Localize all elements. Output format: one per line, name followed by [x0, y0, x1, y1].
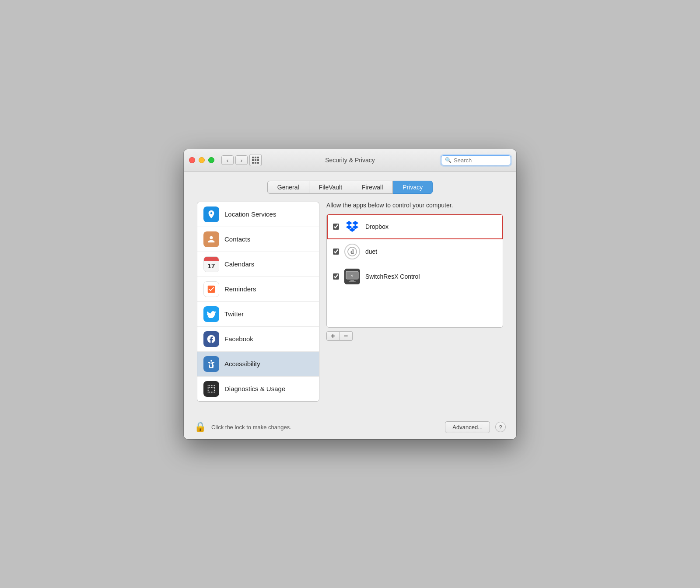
- window-title: Security & Privacy: [325, 157, 375, 164]
- dropbox-app-icon: [344, 219, 360, 234]
- sidebar-item-location[interactable]: Location Services: [197, 202, 319, 227]
- dropbox-name: Dropbox: [365, 223, 388, 230]
- sidebar: Location Services Contacts 17: [197, 202, 319, 402]
- svg-rect-9: [350, 280, 354, 281]
- panel-description: Allow the apps below to control your com…: [326, 202, 503, 209]
- advanced-button[interactable]: Advanced...: [445, 421, 490, 433]
- tabs: General FileVault Firewall Privacy: [197, 181, 503, 194]
- tab-privacy[interactable]: Privacy: [393, 181, 433, 194]
- tab-filevault[interactable]: FileVault: [309, 181, 352, 194]
- add-button[interactable]: +: [326, 331, 340, 341]
- forward-button[interactable]: ›: [235, 155, 248, 165]
- switchresx-name: SwitchResX Control: [365, 273, 420, 280]
- accessibility-icon: [203, 356, 219, 372]
- right-panel: Allow the apps below to control your com…: [326, 202, 503, 402]
- diagnostics-icon: [203, 381, 219, 397]
- list-controls: + −: [326, 331, 503, 341]
- svg-text:17: 17: [208, 262, 215, 270]
- switchresx-checkbox[interactable]: [333, 273, 339, 280]
- twitter-icon: [203, 306, 219, 322]
- sidebar-item-calendars[interactable]: 17 Calendars: [197, 252, 319, 277]
- traffic-lights: [189, 157, 214, 163]
- search-input[interactable]: [454, 157, 507, 164]
- sidebar-item-diagnostics[interactable]: Diagnostics & Usage: [197, 377, 319, 401]
- close-button[interactable]: [189, 157, 195, 163]
- back-button[interactable]: ‹: [221, 155, 234, 165]
- sidebar-item-accessibility[interactable]: Accessibility: [197, 352, 319, 377]
- sidebar-item-facebook[interactable]: Facebook: [197, 327, 319, 352]
- sidebar-label-calendars: Calendars: [224, 260, 254, 268]
- main-panel: Location Services Contacts 17: [197, 202, 503, 402]
- sidebar-label-facebook: Facebook: [224, 335, 253, 343]
- main-window: ‹ › Security & Privacy 🔍 General FileVau…: [184, 149, 516, 439]
- content-area: General FileVault Firewall Privacy Locat…: [184, 172, 516, 410]
- minimize-button[interactable]: [199, 157, 205, 163]
- sidebar-label-twitter: Twitter: [224, 310, 244, 318]
- nav-buttons: ‹ ›: [221, 155, 248, 165]
- maximize-button[interactable]: [208, 157, 214, 163]
- sidebar-label-accessibility: Accessibility: [224, 360, 260, 368]
- sidebar-label-contacts: Contacts: [224, 235, 250, 243]
- search-box[interactable]: 🔍: [441, 155, 511, 165]
- sidebar-item-twitter[interactable]: Twitter: [197, 302, 319, 327]
- remove-button[interactable]: −: [340, 331, 353, 341]
- tab-general[interactable]: General: [267, 181, 309, 194]
- duet-checkbox[interactable]: [333, 248, 339, 255]
- lock-text: Click the lock to make changes.: [211, 424, 440, 430]
- svg-rect-10: [349, 281, 356, 282]
- dropbox-checkbox[interactable]: [333, 224, 339, 230]
- calendars-icon: 17: [203, 256, 219, 272]
- help-button[interactable]: ?: [495, 422, 506, 432]
- lock-icon[interactable]: 🔒: [194, 421, 206, 433]
- titlebar: ‹ › Security & Privacy 🔍: [184, 149, 516, 172]
- app-list: Dropbox d duet: [326, 214, 503, 328]
- tab-firewall[interactable]: Firewall: [352, 181, 393, 194]
- bottom-bar: 🔒 Click the lock to make changes. Advanc…: [184, 415, 516, 439]
- location-services-icon: [203, 206, 219, 222]
- contacts-icon: [203, 231, 219, 247]
- sidebar-label-location: Location Services: [224, 210, 276, 218]
- grid-icon: [252, 157, 259, 164]
- sidebar-label-reminders: Reminders: [224, 285, 256, 293]
- sidebar-label-diagnostics: Diagnostics & Usage: [224, 385, 285, 392]
- app-row-duet[interactable]: d duet: [327, 239, 503, 264]
- duet-name: duet: [365, 248, 377, 255]
- reminders-icon: [203, 281, 219, 297]
- app-row-dropbox[interactable]: Dropbox: [327, 214, 503, 239]
- search-icon: 🔍: [445, 157, 452, 163]
- app-row-switchresx[interactable]: ⚙ SwitchResX Control: [327, 264, 503, 289]
- duet-app-icon: d: [344, 244, 360, 259]
- sidebar-item-reminders[interactable]: Reminders: [197, 277, 319, 302]
- svg-rect-1: [204, 257, 219, 261]
- facebook-icon: [203, 331, 219, 347]
- switchresx-app-icon: ⚙: [344, 269, 360, 284]
- sidebar-item-contacts[interactable]: Contacts: [197, 227, 319, 252]
- svg-point-3: [210, 360, 212, 361]
- grid-button[interactable]: [249, 154, 262, 166]
- svg-text:d: d: [350, 248, 354, 255]
